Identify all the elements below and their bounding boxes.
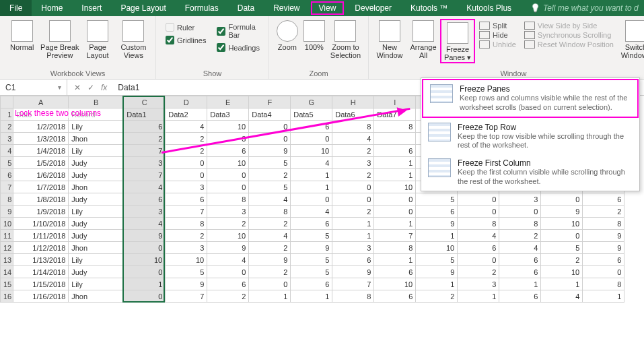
cell-J13[interactable]: 5: [416, 254, 458, 266]
cell-D3[interactable]: 2: [166, 133, 207, 145]
cell-D10[interactable]: 8: [166, 218, 207, 230]
freeze-first-column-option[interactable]: Freeze First ColumnKeep the first column…: [421, 154, 639, 191]
cell-A2[interactable]: 1/2/2018: [13, 121, 69, 133]
cell-E12[interactable]: 9: [207, 242, 249, 254]
cell-G13[interactable]: 5: [291, 254, 332, 266]
cell-I4[interactable]: 6: [374, 145, 416, 157]
cell-C4[interactable]: 7: [124, 145, 166, 157]
cell-K9[interactable]: 0: [458, 206, 499, 218]
cell-H11[interactable]: 1: [332, 230, 374, 242]
cell-D12[interactable]: 3: [166, 242, 207, 254]
cell-B3[interactable]: Jhon: [69, 133, 124, 145]
cell-I14[interactable]: 6: [374, 266, 416, 278]
row-header-12[interactable]: 12: [1, 242, 13, 254]
cell-F1[interactable]: Data4: [249, 108, 291, 121]
cell-D5[interactable]: 0: [166, 157, 207, 169]
row-header-11[interactable]: 11: [1, 230, 13, 242]
cell-H12[interactable]: 3: [332, 242, 374, 254]
cell-H3[interactable]: 4: [332, 133, 374, 145]
cell-M10[interactable]: 10: [541, 218, 583, 230]
view-side-by-side-button[interactable]: View Side by Side: [524, 22, 614, 30]
cell-B6[interactable]: Judy: [69, 169, 124, 181]
column-header-E[interactable]: E: [207, 96, 249, 108]
custom-views-button[interactable]: Custom Views: [116, 19, 151, 59]
cell-A4[interactable]: 1/4/2018: [13, 145, 69, 157]
cell-F10[interactable]: 2: [249, 218, 291, 230]
name-box[interactable]: C1: [0, 80, 67, 95]
column-header-F[interactable]: F: [249, 96, 291, 108]
row-header-13[interactable]: 13: [1, 254, 13, 266]
cell-F5[interactable]: 5: [249, 157, 291, 169]
row-header-10[interactable]: 10: [1, 218, 13, 230]
cell-N10[interactable]: 8: [583, 218, 624, 230]
cell-L14[interactable]: 6: [499, 266, 541, 278]
cell-N9[interactable]: 2: [583, 206, 624, 218]
cell-B5[interactable]: Judy: [69, 157, 124, 169]
cell-B14[interactable]: Judy: [69, 266, 124, 278]
cell-J10[interactable]: 9: [416, 218, 458, 230]
cell-D6[interactable]: 0: [166, 169, 207, 181]
cell-C16[interactable]: 0: [124, 290, 166, 303]
cell-C12[interactable]: 0: [124, 242, 166, 254]
row-header-7[interactable]: 7: [1, 181, 13, 193]
formula-bar-checkbox[interactable]: Formula Bar: [217, 23, 259, 39]
cell-D15[interactable]: 9: [166, 278, 207, 290]
row-header-16[interactable]: 16: [1, 290, 13, 303]
cell-A14[interactable]: 1/14/2018: [13, 266, 69, 278]
cell-N16[interactable]: 1: [583, 290, 624, 303]
cell-L9[interactable]: 0: [499, 206, 541, 218]
cell-J9[interactable]: 6: [416, 206, 458, 218]
cell-L8[interactable]: 3: [499, 193, 541, 206]
cell-C14[interactable]: 0: [124, 266, 166, 278]
tab-file[interactable]: File: [0, 0, 32, 16]
tab-insert[interactable]: Insert: [72, 0, 111, 16]
cell-A6[interactable]: 1/6/2018: [13, 169, 69, 181]
row-header-9[interactable]: 9: [1, 206, 13, 218]
cell-K10[interactable]: 8: [458, 218, 499, 230]
tab-kutools[interactable]: Kutools ™: [401, 0, 457, 16]
cell-C8[interactable]: 6: [124, 193, 166, 206]
tab-review[interactable]: Review: [264, 0, 309, 16]
cell-I10[interactable]: 1: [374, 218, 416, 230]
cell-G7[interactable]: 1: [291, 181, 332, 193]
cell-G6[interactable]: 1: [291, 169, 332, 181]
switch-windows-button[interactable]: Switch Windows: [618, 19, 644, 59]
cell-B2[interactable]: Lily: [69, 121, 124, 133]
cell-E6[interactable]: 0: [207, 169, 249, 181]
column-header-A[interactable]: A: [13, 96, 69, 108]
cell-A11[interactable]: 1/11/2018: [13, 230, 69, 242]
cell-G14[interactable]: 5: [291, 266, 332, 278]
cell-F8[interactable]: 4: [249, 193, 291, 206]
cell-F4[interactable]: 9: [249, 145, 291, 157]
cell-E14[interactable]: 0: [207, 266, 249, 278]
cell-A7[interactable]: 1/7/2018: [13, 181, 69, 193]
cell-H6[interactable]: 2: [332, 169, 374, 181]
cell-I3[interactable]: [374, 133, 416, 145]
cell-D14[interactable]: 5: [166, 266, 207, 278]
cell-K15[interactable]: 3: [458, 278, 499, 290]
cell-E9[interactable]: 3: [207, 206, 249, 218]
cell-D2[interactable]: 4: [166, 121, 207, 133]
cell-E16[interactable]: 2: [207, 290, 249, 303]
zoom-button[interactable]: Zoom: [273, 19, 301, 51]
tab-formulas[interactable]: Formulas: [176, 0, 228, 16]
tell-me-search[interactable]: Tell me what you want to d: [521, 0, 644, 16]
cell-G15[interactable]: 6: [291, 278, 332, 290]
cell-D11[interactable]: 2: [166, 230, 207, 242]
column-header-D[interactable]: D: [166, 96, 207, 108]
cell-I6[interactable]: 1: [374, 169, 416, 181]
row-header-2[interactable]: 2: [1, 121, 13, 133]
cell-D8[interactable]: 6: [166, 193, 207, 206]
cell-H8[interactable]: 0: [332, 193, 374, 206]
cell-I12[interactable]: 8: [374, 242, 416, 254]
cell-M16[interactable]: 4: [541, 290, 583, 303]
cell-K8[interactable]: 0: [458, 193, 499, 206]
synchronous-scrolling-button[interactable]: Synchronous Scrolling: [524, 31, 614, 39]
cell-F11[interactable]: 4: [249, 230, 291, 242]
cell-I2[interactable]: 8: [374, 121, 416, 133]
tab-home[interactable]: Home: [32, 0, 72, 16]
new-window-button[interactable]: New Window: [373, 19, 406, 59]
cell-H4[interactable]: 2: [332, 145, 374, 157]
cell-G3[interactable]: 0: [291, 133, 332, 145]
cell-L13[interactable]: 6: [499, 254, 541, 266]
